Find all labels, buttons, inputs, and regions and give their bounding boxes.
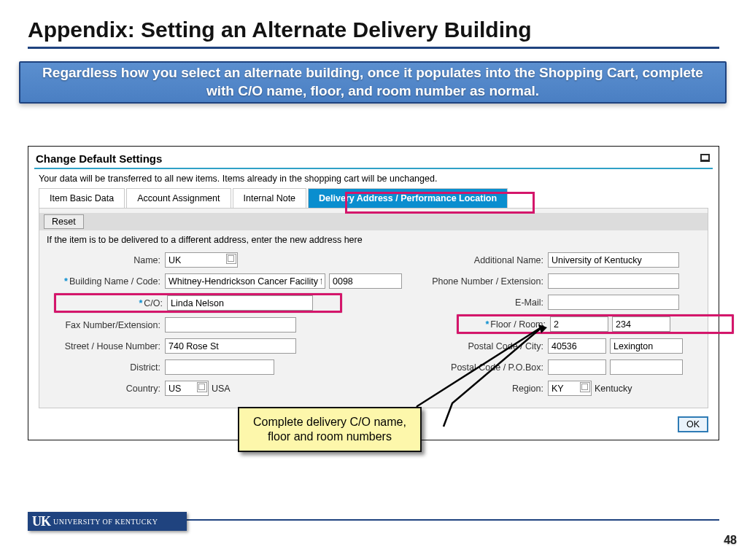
- field-building-name[interactable]: [165, 273, 325, 289]
- tab-delivery-address[interactable]: Delivery Address / Performance Location: [308, 188, 508, 208]
- field-po-postal[interactable]: [548, 359, 606, 375]
- settings-panel: Change Default Settings Your data will b…: [28, 146, 719, 440]
- tab-internal-note[interactable]: Internal Note: [233, 188, 307, 208]
- label-country: Country:: [39, 384, 165, 394]
- maximize-icon[interactable]: [700, 154, 710, 162]
- label-building: Building Name / Code:: [39, 276, 165, 287]
- label-street: Street / House Number:: [39, 341, 165, 351]
- row-fax: Fax Number/Extension:: [39, 316, 402, 334]
- text-region-name: Kentucky: [592, 384, 632, 394]
- slide: Appendix: Setting an Alternate Delivery …: [0, 0, 747, 560]
- tab-item-basic[interactable]: Item Basic Data: [39, 188, 125, 208]
- form-col-right: Additional Name: Phone Number / Extensio…: [402, 251, 734, 400]
- panel-title: Change Default Settings: [28, 147, 719, 168]
- field-email[interactable]: [548, 295, 679, 310]
- form-note: If the item is to be delivered to a diff…: [39, 235, 708, 251]
- instruction-banner-text: Regardless how you select an alternate b…: [20, 64, 725, 100]
- form-toolbar: Reset: [39, 213, 708, 230]
- row-addl-name: Additional Name:: [402, 251, 734, 269]
- row-district: District:: [39, 358, 402, 376]
- label-co: C/O:: [56, 298, 167, 308]
- row-postal-city: Postal Code / City:: [402, 337, 734, 355]
- field-district[interactable]: [165, 359, 274, 375]
- row-email: E-Mail:: [402, 293, 734, 311]
- form-col-left: Name: Building Name / Code: C/O:: [39, 251, 402, 400]
- row-co: C/O:: [54, 293, 342, 313]
- field-building-code[interactable]: [329, 273, 402, 289]
- field-floor[interactable]: [550, 316, 608, 332]
- text-country-name: USA: [209, 384, 231, 394]
- row-pobox: Postal Code / P.O.Box:: [402, 358, 734, 376]
- ok-button[interactable]: OK: [678, 416, 708, 432]
- label-name: Name:: [39, 255, 165, 265]
- row-region: Region: Kentucky: [402, 379, 734, 397]
- row-phone: Phone Number / Extension:: [402, 272, 734, 290]
- field-room[interactable]: [612, 316, 670, 332]
- row-floor-room: Floor / Room:: [457, 314, 734, 334]
- title-underline: [28, 47, 719, 49]
- field-postal[interactable]: [548, 338, 606, 354]
- uk-logo: UK UNIVERSITY OF KENTUCKY: [28, 512, 187, 531]
- tab-strip: Item Basic Data Account Assignment Inter…: [28, 188, 719, 208]
- label-region: Region:: [402, 384, 548, 394]
- form-area: Reset If the item is to be delivered to …: [39, 208, 708, 408]
- slide-title: Appendix: Setting an Alternate Delivery …: [28, 18, 532, 42]
- field-fax[interactable]: [165, 317, 296, 332]
- tab-account-assignment[interactable]: Account Assignment: [126, 188, 231, 208]
- panel-note: Your data will be transferred to all new…: [28, 174, 719, 188]
- field-city[interactable]: [610, 338, 683, 354]
- f4-help-icon[interactable]: [226, 254, 236, 264]
- callout-box: Complete delivery C/O name, floor and ro…: [238, 407, 422, 452]
- label-email: E-Mail:: [402, 298, 548, 308]
- uk-logo-mono: UK: [28, 514, 53, 529]
- row-street: Street / House Number:: [39, 337, 402, 355]
- uk-logo-text: UNIVERSITY OF KENTUCKY: [53, 518, 158, 526]
- field-co[interactable]: [167, 295, 313, 311]
- row-country: Country: USA: [39, 379, 402, 397]
- page-number: 48: [724, 534, 737, 547]
- field-phone[interactable]: [548, 273, 679, 289]
- label-floor-room: Floor / Room:: [459, 319, 550, 330]
- label-postal-city: Postal Code / City:: [402, 341, 548, 351]
- field-street[interactable]: [165, 338, 296, 354]
- panel-divider: [34, 168, 713, 169]
- form-columns: Name: Building Name / Code: C/O:: [39, 251, 708, 400]
- row-name: Name:: [39, 251, 402, 269]
- label-district: District:: [39, 362, 165, 373]
- label-fax: Fax Number/Extension:: [39, 320, 165, 330]
- field-addl-name[interactable]: [548, 252, 679, 268]
- reset-button[interactable]: Reset: [44, 214, 84, 229]
- label-addl-name: Additional Name:: [402, 255, 548, 265]
- callout-text: Complete delivery C/O name, floor and ro…: [245, 415, 414, 444]
- label-pobox: Postal Code / P.O.Box:: [402, 362, 548, 373]
- f4-help-icon[interactable]: [197, 382, 207, 392]
- f4-help-icon[interactable]: [580, 382, 590, 392]
- row-building: Building Name / Code:: [39, 272, 402, 290]
- label-phone: Phone Number / Extension:: [402, 276, 548, 287]
- instruction-banner: Regardless how you select an alternate b…: [19, 61, 727, 104]
- field-po-box[interactable]: [610, 359, 683, 375]
